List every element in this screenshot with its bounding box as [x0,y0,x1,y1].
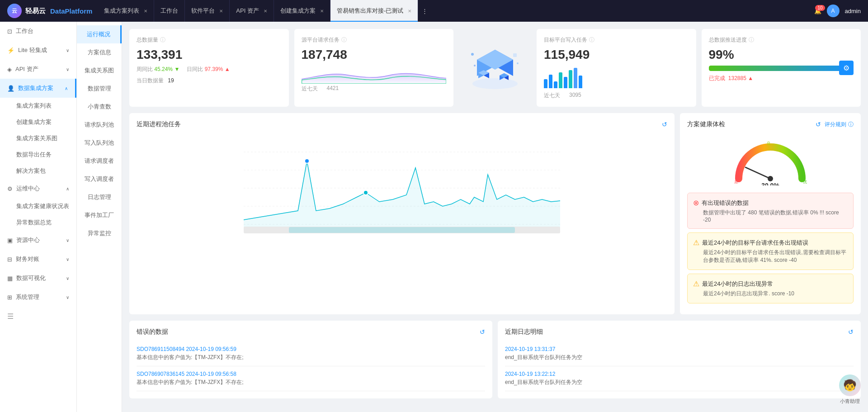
sidebar-item-scheme-list[interactable]: 集成方案列表 [13,98,76,114]
sidebar-item-scheme-health[interactable]: 集成方案健康状况表 [13,198,76,214]
sub-sidebar-write-scheduler[interactable]: 写入调度者 [77,170,122,188]
logo-area: 云 轻易云 DataPlatform [7,4,92,18]
tab-software-platform[interactable]: 软件平台 ✕ [185,0,230,22]
svg-text:良: 良 [767,141,771,146]
sub-sidebar-event-factory[interactable]: 事件加工厂 [77,206,122,224]
settings-button[interactable]: ⚙ [839,61,854,75]
target-platform-sub: 近七天 3095 [544,92,689,99]
bottom-row: 错误的数据 ↺ SDO786911508494 2024-10-19 09:56… [129,321,861,398]
total-progress-value: 99% [709,47,854,62]
process-chart-svg [137,134,667,233]
sidebar-submenu-ops: 集成方案健康状况表 异常数据总览 [0,198,76,231]
tab-api-assets[interactable]: API 资产 ✕ [230,0,274,22]
sub-sidebar-scheme-info[interactable]: 方案信息 [77,43,122,62]
tab-workbench[interactable]: 工作台 [154,0,185,22]
error-data-row-1[interactable]: SDO786911508494 2024-10-19 09:56:59 基本信息… [137,341,485,366]
user-avatar[interactable]: A [827,5,840,17]
sub-sidebar-exception-monitor[interactable]: 异常监控 [77,224,122,242]
sidebar-item-solution-pkg[interactable]: 解决方案包 [13,163,76,179]
sidebar-item-create-scheme[interactable]: 创建集成方案 [13,114,76,130]
total-data-value: 133,391 [137,47,282,62]
sub-sidebar-data-mgmt[interactable]: 数据管理 [77,80,122,98]
source-platform-sub: 近七天 4421 [302,85,447,93]
sub-sidebar: 运行概况 方案信息 集成关系图 数据管理 小青查数 请求队列池 写入队列池 请求… [77,22,122,412]
tab-close-icon3[interactable]: ✕ [264,9,267,14]
chevron-down-icon5: ∨ [66,276,69,281]
sidebar-item-data-viz[interactable]: ▦ 数据可视化 ∨ [0,269,76,288]
score-rule-link[interactable]: 评分规则 ⓘ [825,121,854,128]
bar-8 [579,76,582,88]
log-detail-row-1[interactable]: 2024-10-19 13:31:37 end_目标系统平台队列任务为空 [505,341,854,366]
sub-sidebar-request-queue[interactable]: 请求队列池 [77,116,122,134]
info-icon-source[interactable]: ⓘ [341,36,347,44]
sub-sidebar-xiaoqing[interactable]: 小青查数 [77,98,122,116]
finance-icon: ⊟ [7,256,12,263]
sub-sidebar-write-queue[interactable]: 写入队列池 [77,134,122,152]
sub-sidebar-run-overview[interactable]: 运行概况 [77,25,122,43]
sidebar-item-data-export[interactable]: 数据导出任务 [13,147,76,163]
target-platform-chart [544,66,689,88]
warning-circle-icon-1: ⚠ [693,238,699,247]
log-detail-row-2[interactable]: 2024-10-19 13:22:12 end_目标系统平台队列任务为空 [505,366,854,391]
sub-sidebar-req-scheduler[interactable]: 请求调度者 [77,152,122,170]
tab-mgmt-sales[interactable]: 管易销售出库对接-已测试 ✕ [330,0,418,22]
log-detail-refresh[interactable]: ↺ [848,328,854,336]
gauge-container: 30.0% 差 良 优 [687,136,854,185]
tab-close-icon5[interactable]: ✕ [408,9,411,14]
admin-name: admin [845,8,861,14]
cube-illustration [459,29,531,107]
notification-bell[interactable]: 🔔 10 [814,8,821,14]
info-icon-progress[interactable]: ⓘ [749,36,754,44]
sidebar-item-sys-mgmt[interactable]: ⊞ 系统管理 ∨ [0,288,76,307]
error-data-card: 错误的数据 ↺ SDO786911508494 2024-10-19 09:56… [129,321,492,398]
main-container: ⊡ 工作台 ⚡ Lite 轻集成 ∨ ◈ API 资产 ∨ 👤 数据集成方案 ∧… [0,22,868,412]
sidebar-item-data-integration[interactable]: 👤 数据集成方案 ∧ [0,79,76,98]
log-detail-time-1: 2024-10-19 13:31:37 [505,346,854,352]
error-data-row-2[interactable]: SDO786907836145 2024-10-19 09:56:58 基本信息… [137,366,485,391]
log-detail-time-2: 2024-10-19 13:22:12 [505,371,854,377]
sidebar-item-workbench[interactable]: ⊡ 工作台 [0,22,76,41]
stat-card-target-platform: 目标平台写入任务 ⓘ 115,949 [537,29,696,107]
sidebar-item-resource-center[interactable]: ▣ 资源中心 ∨ [0,231,76,250]
stat-card-source-platform: 源平台请求任务 ⓘ 187,748 [294,29,454,107]
stat-card-total-progress: 总数据推送进度 ⓘ 99% 已完成 132885 ▲ ⚙ [702,29,861,107]
sidebar-item-api[interactable]: ◈ API 资产 ∨ [0,60,76,79]
error-data-header: 错误的数据 ↺ [137,328,485,336]
sidebar-item-ops-center[interactable]: ⚙ 运维中心 ∧ [0,179,76,198]
process-chart-refresh[interactable]: ↺ [662,121,667,128]
error-data-id-2: SDO786907836145 2024-10-19 09:56:58 [137,371,485,377]
tab-scheme-list[interactable]: 集成方案列表 ✕ [98,0,154,22]
error-circle-icon: ⊗ [693,199,699,207]
sidebar-item-lite[interactable]: ⚡ Lite 轻集成 ∨ [0,41,76,60]
stat-card-total-data: 总数据量 ⓘ 133,391 周同比 45.24% ▼ 日同比 97.39% ▲… [129,29,289,107]
log-detail-desc-2: end_目标系统平台队列任务为空 [505,379,854,386]
health-refresh-icon[interactable]: ↺ [816,121,821,128]
bar-7 [574,68,577,88]
warning-circle-icon-2: ⚠ [693,279,699,288]
completed-info: 已完成 132885 ▲ [709,75,854,82]
bar-6 [569,70,572,88]
assistant-widget[interactable]: 🧒 小青助理 [839,374,861,405]
tab-close-icon[interactable]: ✕ [144,9,147,14]
target-platform-label: 目标平台写入任务 ⓘ [544,36,689,44]
sidebar-item-finance[interactable]: ⊟ 财务对账 ∨ [0,250,76,269]
error-data-desc-1: 基本信息中的客户值为:【TM-JZFX】不存在; [137,354,485,361]
process-chart-card: 近期进程池任务 ↺ [129,113,675,314]
tab-create-scheme[interactable]: 创建集成方案 ✕ [274,0,330,22]
sidebar-item-scheme-relation[interactable]: 集成方案关系图 [13,130,76,147]
app-name: 轻易云 [25,7,46,15]
tab-more-icon[interactable]: ⋮ [422,8,428,14]
chevron-up-icon2: ∧ [66,186,69,191]
tab-close-icon4[interactable]: ✕ [320,9,324,14]
sub-sidebar-scheme-graph[interactable]: 集成关系图 [77,62,122,80]
info-icon-total[interactable]: ⓘ [160,36,165,44]
log-detail-card: 近期日志明细 ↺ 2024-10-19 13:31:37 end_目标系统平台队… [498,321,861,398]
info-icon-target[interactable]: ⓘ [589,36,594,44]
sidebar-collapse-btn[interactable]: ☰ [0,307,76,326]
sidebar-item-exception-data[interactable]: 异常数据总览 [13,214,76,231]
sub-sidebar-log-mgmt[interactable]: 日志管理 [77,188,122,206]
total-progress-label: 总数据推送进度 ⓘ [709,36,854,44]
error-data-title: 错误的数据 [137,328,168,336]
tab-close-icon2[interactable]: ✕ [219,9,223,14]
error-data-refresh[interactable]: ↺ [480,328,485,336]
